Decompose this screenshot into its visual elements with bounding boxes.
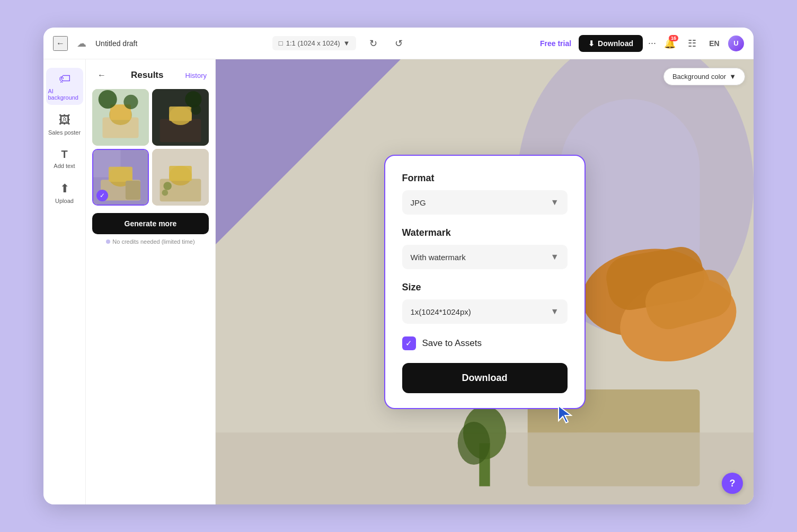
redo-icon: ↺ (395, 38, 403, 49)
canvas-size-label: 1:1 (1024 x 1024) (286, 39, 340, 47)
ai-background-icon: 🏷 (59, 72, 70, 86)
svg-rect-16 (109, 167, 132, 182)
credits-dot-icon (106, 240, 110, 244)
results-history-button[interactable]: History (185, 72, 207, 79)
header-download-button[interactable]: ⬇ Download (579, 35, 643, 52)
header: ← ☁ Untitled draft □ 1:1 (1024 x 1024) ▼… (43, 28, 754, 59)
canvas-size-icon: □ (279, 39, 283, 47)
canvas-area: Background color ▼ Format JPG ▼ Watermar… (216, 59, 754, 504)
back-icon: ← (56, 39, 65, 48)
svg-marker-37 (559, 406, 571, 423)
app-window: ← ☁ Untitled draft □ 1:1 (1024 x 1024) ▼… (43, 28, 754, 504)
results-back-icon: ← (98, 70, 106, 80)
modal-overlay: Format JPG ▼ Watermark With watermark ▼ … (216, 59, 754, 504)
layers-icon: ☷ (688, 38, 696, 49)
credits-note-text: No credits needed (limited time) (112, 238, 194, 245)
result-thumb-2[interactable] (152, 89, 209, 146)
header-right: Free trial ⬇ Download ··· 🔔 16 ☷ EN U (538, 35, 744, 52)
watermark-value: With watermark (411, 253, 466, 262)
undo-button[interactable]: ↻ (365, 35, 382, 52)
more-icon: ··· (648, 38, 656, 49)
generate-more-button[interactable]: Generate more (92, 213, 209, 234)
upload-icon: ⬆ (60, 182, 69, 196)
results-back-button[interactable]: ← (94, 68, 109, 83)
format-label: Format (402, 173, 568, 184)
svg-point-22 (163, 182, 172, 190)
format-value: JPG (411, 198, 426, 207)
svg-point-10 (185, 91, 201, 108)
watermark-chevron-icon: ▼ (551, 252, 559, 262)
modal-download-button[interactable]: Download (402, 363, 568, 393)
left-toolbar: 🏷 AI background 🖼 Sales poster T Add tex… (43, 59, 86, 504)
sidebar-item-upload-label: Upload (55, 198, 74, 204)
chevron-down-icon: ▼ (343, 39, 350, 47)
sidebar-item-ai-background[interactable]: 🏷 AI background (46, 68, 83, 105)
sales-poster-icon: 🖼 (59, 113, 70, 127)
thumb-1-svg (92, 89, 149, 146)
free-trial-button[interactable]: Free trial (538, 36, 573, 51)
format-select[interactable]: JPG ▼ (402, 190, 568, 215)
globe-icon: EN (709, 39, 719, 48)
results-panel: ← Results History (86, 59, 216, 504)
undo-icon: ↻ (369, 38, 377, 49)
download-icon: ⬇ (588, 39, 595, 48)
avatar[interactable]: U (728, 36, 744, 51)
format-chevron-icon: ▼ (551, 198, 559, 207)
thumb-bg-2 (152, 89, 209, 146)
svg-point-23 (162, 190, 168, 196)
header-center: □ 1:1 (1024 x 1024) ▼ ↻ ↺ (148, 35, 532, 52)
svg-point-4 (99, 90, 117, 109)
result-thumb-3[interactable]: ✓ (92, 149, 149, 206)
thumb-selected-check: ✓ (96, 190, 108, 201)
header-download-label: Download (598, 39, 633, 48)
size-select[interactable]: 1x(1024*1024px) ▼ (402, 299, 568, 324)
app-body: 🏷 AI background 🖼 Sales poster T Add tex… (43, 59, 754, 504)
sidebar-item-ai-background-label: AI background (48, 88, 81, 101)
notification-badge: 16 (669, 35, 678, 41)
download-modal: Format JPG ▼ Watermark With watermark ▼ … (384, 155, 586, 409)
svg-rect-17 (126, 181, 140, 200)
thumb-bg-1 (92, 89, 149, 146)
watermark-select[interactable]: With watermark ▼ (402, 245, 568, 269)
more-options-button[interactable]: ··· (648, 38, 656, 49)
layers-button[interactable]: ☷ (684, 35, 701, 52)
thumb-2-svg (152, 89, 209, 146)
sidebar-item-sales-poster[interactable]: 🖼 Sales poster (46, 109, 83, 140)
svg-rect-21 (169, 166, 192, 181)
save-to-assets-checkbox[interactable]: ✓ (402, 336, 416, 350)
size-label: Size (402, 282, 568, 293)
svg-point-11 (191, 104, 201, 114)
svg-rect-9 (169, 107, 192, 121)
cursor (557, 405, 572, 426)
svg-point-5 (123, 95, 138, 109)
watermark-label: Watermark (402, 227, 568, 238)
credits-note: No credits needed (limited time) (86, 236, 215, 250)
save-to-assets-row: ✓ Save to Assets (402, 336, 568, 350)
sidebar-item-add-text-label: Add text (54, 163, 75, 169)
notifications-button[interactable]: 🔔 16 (661, 35, 678, 52)
thumb-4-svg (152, 149, 209, 206)
canvas-size-button[interactable]: □ 1:1 (1024 x 1024) ▼ (272, 36, 357, 50)
results-header: ← Results History (86, 59, 215, 89)
results-title: Results (131, 70, 163, 81)
thumb-bg-4 (152, 149, 209, 206)
avatar-initial: U (733, 39, 738, 47)
redo-button[interactable]: ↺ (390, 35, 407, 52)
add-text-icon: T (61, 148, 67, 161)
results-grid: ✓ (86, 89, 215, 206)
cloud-icon: ☁ (74, 36, 89, 51)
size-chevron-icon: ▼ (551, 307, 559, 316)
result-thumb-4[interactable] (152, 149, 209, 206)
document-title: Untitled draft (95, 39, 137, 48)
cursor-svg (557, 405, 572, 424)
back-button[interactable]: ← (53, 36, 68, 51)
save-to-assets-label: Save to Assets (422, 338, 482, 349)
language-button[interactable]: EN (706, 35, 723, 52)
sidebar-item-add-text[interactable]: T Add text (46, 144, 83, 173)
checkbox-check-icon: ✓ (405, 339, 412, 348)
result-thumb-1[interactable] (92, 89, 149, 146)
sidebar-item-sales-poster-label: Sales poster (48, 129, 81, 136)
size-value: 1x(1024*1024px) (411, 307, 471, 316)
sidebar-item-upload[interactable]: ⬆ Upload (46, 178, 83, 208)
